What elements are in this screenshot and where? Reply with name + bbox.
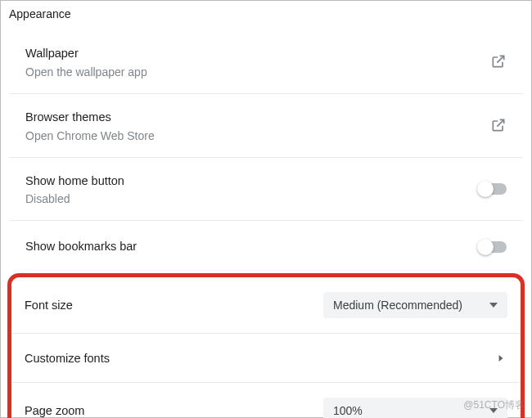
customize-fonts-row[interactable]: Customize fonts (11, 334, 521, 383)
bookmarks-bar-row: Show bookmarks bar (9, 221, 523, 273)
settings-card: Wallpaper Open the wallpaper app Browser… (9, 30, 523, 273)
bookmarks-bar-toggle[interactable] (479, 241, 507, 253)
section-title: Appearance (1, 1, 531, 30)
font-size-select[interactable]: Medium (Recommended) (323, 292, 507, 318)
highlighted-section: Font size Medium (Recommended) Customize… (7, 273, 525, 418)
home-button-toggle[interactable] (479, 183, 507, 195)
themes-title: Browser themes (25, 109, 490, 127)
bookmarks-title: Show bookmarks bar (25, 238, 479, 256)
chevron-right-icon (498, 355, 504, 362)
home-sub: Disabled (25, 192, 479, 205)
page-zoom-label: Page zoom (25, 404, 84, 417)
page-zoom-value: 100% (333, 404, 363, 417)
watermark: @51CTO博客 (463, 398, 525, 412)
font-size-value: Medium (Recommended) (333, 299, 462, 312)
home-button-row: Show home button Disabled (9, 158, 523, 222)
customize-fonts-label: Customize fonts (25, 352, 110, 365)
external-link-icon (490, 53, 507, 70)
themes-row[interactable]: Browser themes Open Chrome Web Store (9, 94, 523, 158)
external-link-icon (490, 117, 507, 133)
dropdown-icon (489, 301, 498, 309)
home-title: Show home button (25, 173, 479, 191)
page-zoom-row: Page zoom 100% (11, 383, 521, 418)
wallpaper-row[interactable]: Wallpaper Open the wallpaper app (9, 30, 523, 94)
wallpaper-sub: Open the wallpaper app (25, 65, 490, 79)
themes-sub: Open Chrome Web Store (25, 129, 490, 142)
font-size-row: Font size Medium (Recommended) (11, 277, 521, 334)
font-size-label: Font size (25, 299, 73, 312)
wallpaper-title: Wallpaper (25, 45, 490, 63)
